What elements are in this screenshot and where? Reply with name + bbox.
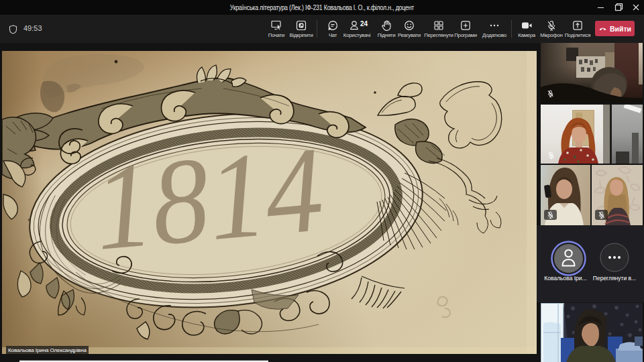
- svg-text:1814: 1814: [89, 121, 328, 276]
